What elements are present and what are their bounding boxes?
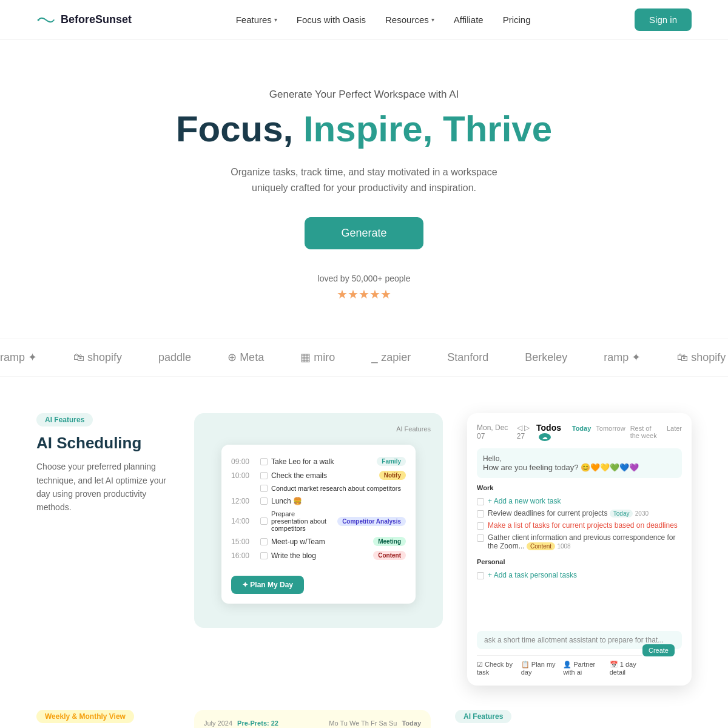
schedule-row-6: 15:00 Meet-up w/Team Meeting — [231, 534, 406, 548]
tab-partner[interactable]: 👤 Partner with ai — [563, 661, 602, 676]
tag-meeting: Meeting — [373, 537, 406, 546]
bottom-tabs: ☑ Check by task 📋 Plan my day 👤 Partner … — [477, 655, 642, 676]
star-rating: ★★★★★ — [12, 287, 716, 302]
logo-zapier: ⎯ zapier — [371, 351, 411, 364]
tag-content: Content — [373, 551, 406, 560]
logo[interactable]: BeforeSunset — [36, 13, 132, 26]
schedule-row-1: 09:00 Take Leo for a walk Family — [231, 454, 406, 468]
nav-links: Features ▾ Focus with Oasis Resources ▾ … — [236, 15, 531, 25]
logo-shopify2: 🛍 shopify — [677, 351, 726, 364]
schedule-row-2: 10:00 Check the emails Notify — [231, 468, 406, 482]
nav-focus[interactable]: Focus with Oasis — [297, 15, 366, 25]
logo-ramp: ramp ✦ — [0, 351, 37, 364]
task-list: Make a list of tasks for current project… — [477, 519, 682, 531]
todo-assistant-tag: AI Features — [455, 710, 511, 723]
weekly-tag: Weekly & Monthly View — [36, 710, 134, 723]
logo-paddle: paddle — [158, 351, 191, 364]
nav-resources[interactable]: Resources ▾ — [385, 15, 434, 25]
weekly-preview: July 2024 Pre-Prets: 22 Mo Tu We Th Fr S… — [194, 710, 431, 728]
plan-my-day-button[interactable]: ✦ Plan My Day — [231, 576, 304, 594]
tab-plan-day[interactable]: 📋 Plan my day — [521, 661, 556, 676]
work-section: Work + Add a new work task Review deadli… — [477, 484, 682, 552]
mood-prompt: Hello, How are you feeling today? 😊🧡💛💚💙💜 — [477, 448, 682, 478]
todo-panel: Mon, Dec 07 ◁ ▷ 27 Todos ☁ Today Tomorro… — [467, 413, 692, 686]
tab-today[interactable]: Today — [572, 425, 592, 439]
hero-subtitle: Generate Your Perfect Workspace with AI — [12, 89, 716, 101]
hero-section: Generate Your Perfect Workspace with AI … — [0, 40, 728, 338]
schedule-row-4: 12:00 Lunch 🍔 — [231, 494, 406, 508]
tab-1day-detail[interactable]: 📅 1 day detail — [610, 661, 642, 676]
logos-strip: ramp ✦ 🛍 shopify paddle ⊕ Meta ▦ miro ⎯ … — [0, 338, 728, 377]
hero-description: Organize tasks, track time, and stay mot… — [218, 164, 510, 195]
social-proof: loved by 50,000+ people ★★★★★ — [12, 274, 716, 302]
logo-berkeley: Berkeley — [525, 351, 567, 364]
tab-week[interactable]: Rest of the week — [630, 425, 662, 439]
schedule-row-7: 16:00 Write the blog Content — [231, 548, 406, 562]
features-row-1: AI Features AI Scheduling Choose your pr… — [0, 377, 728, 710]
chat-input: ask a short time allotment assistant to … — [477, 631, 682, 649]
chat-send-button[interactable]: Create — [642, 644, 675, 656]
logo-meta: ⊕ Meta — [228, 351, 264, 364]
todo-assistant-section: AI Features To-do Assistant View your ta… — [455, 710, 692, 728]
todo-panel-wrapper: Mon, Dec 07 ◁ ▷ 27 Todos ☁ Today Tomorro… — [467, 413, 692, 686]
weekly-card: July 2024 Pre-Prets: 22 Mo Tu We Th Fr S… — [194, 710, 431, 728]
tab-tomorrow[interactable]: Tomorrow — [596, 425, 625, 439]
personal-add[interactable]: + Add a task personal tasks — [477, 569, 682, 581]
ai-scheduling-desc: Choose your preferred planning technique… — [36, 460, 170, 514]
schedule-row-3: Conduct market research about competitor… — [231, 482, 406, 494]
logo-ramp2: ramp ✦ — [604, 351, 641, 364]
hero-title: Focus, Inspire, Thrive — [12, 108, 716, 150]
navigation: BeforeSunset Features ▾ Focus with Oasis… — [0, 0, 728, 40]
svg-point-0 — [38, 19, 39, 21]
features-row-2: Weekly & Monthly View See the big pictur… — [0, 710, 728, 728]
nav-features[interactable]: Features ▾ — [236, 15, 277, 25]
nav-affiliate[interactable]: Affiliate — [454, 15, 484, 25]
preview-label: AI Features — [206, 425, 431, 433]
ai-scheduling-tag: AI Features — [36, 413, 93, 426]
logo-miro: ▦ miro — [300, 351, 335, 364]
ai-scheduling-text: AI Features AI Scheduling Choose your pr… — [36, 413, 170, 514]
logo-stanford: Stanford — [447, 351, 488, 364]
generate-button[interactable]: Generate — [305, 217, 423, 249]
todo-tabs[interactable]: Today Tomorrow Rest of the week Later — [572, 425, 682, 439]
logos-inner: ramp ✦ 🛍 shopify paddle ⊕ Meta ▦ miro ⎯ … — [0, 351, 728, 364]
ai-scheduling-preview: AI Features 09:00 Take Leo for a walk Fa… — [194, 413, 443, 628]
task-gather: Gather client information and previous c… — [477, 531, 682, 552]
tag-family: Family — [377, 457, 406, 466]
todo-header: Mon, Dec 07 ◁ ▷ 27 Todos ☁ Today Tomorro… — [477, 423, 682, 441]
work-add[interactable]: + Add a new work task — [477, 495, 682, 507]
schedule-card: 09:00 Take Leo for a walk Family 10:00 C… — [221, 445, 416, 604]
nav-pricing[interactable]: Pricing — [503, 15, 531, 25]
logo-shopify: 🛍 shopify — [73, 351, 122, 364]
schedule-row-5: 14:00 Prepare presentation about competi… — [231, 508, 406, 534]
personal-section: Personal + Add a task personal tasks — [477, 558, 682, 581]
weekly-monthly-text: Weekly & Monthly View See the big pictur… — [36, 710, 170, 728]
signin-button[interactable]: Sign in — [635, 8, 692, 31]
tag-notify: Notify — [379, 471, 406, 480]
tag-competitor: Competitor Analysis — [337, 517, 406, 526]
task-review: Review deadlines for current projects To… — [477, 507, 682, 519]
ai-scheduling-title: AI Scheduling — [36, 434, 170, 453]
tab-checklist[interactable]: ☑ Check by task — [477, 661, 514, 676]
tab-later[interactable]: Later — [667, 425, 682, 439]
weekly-header: July 2024 Pre-Prets: 22 Mo Tu We Th Fr S… — [204, 720, 421, 727]
todos-title: Todos — [536, 423, 561, 433]
